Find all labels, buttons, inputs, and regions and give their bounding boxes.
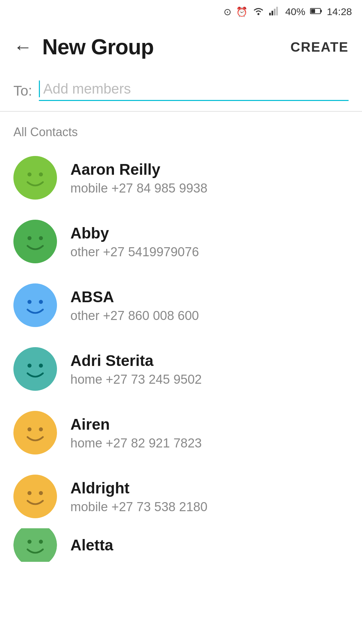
contact-name: Adri Sterita: [70, 352, 202, 370]
avatar: [13, 156, 57, 200]
contact-phone: mobile +27 73 538 2180: [70, 500, 207, 514]
svg-point-19: [39, 364, 43, 368]
avatar: [13, 283, 57, 327]
back-button[interactable]: ←: [13, 38, 32, 56]
svg-point-8: [13, 156, 57, 200]
list-item[interactable]: Abby other +27 5419979076: [0, 210, 362, 273]
notification-icon: ⊙: [224, 6, 231, 17]
contact-info: Airen home +27 82 921 7823: [70, 415, 202, 450]
svg-point-17: [13, 347, 57, 391]
contact-phone: other +27 860 008 600: [70, 309, 199, 323]
svg-point-9: [27, 172, 32, 176]
avatar: [13, 528, 57, 562]
svg-point-15: [27, 300, 32, 304]
svg-rect-1: [269, 13, 271, 15]
status-icons: ⊙ ⏰ 40%: [224, 6, 352, 18]
status-bar: ⊙ ⏰ 40%: [0, 0, 362, 23]
contact-name: Abby: [70, 224, 199, 242]
svg-rect-2: [272, 11, 273, 15]
battery-percent: 40%: [285, 6, 305, 17]
svg-point-14: [13, 283, 57, 327]
svg-point-27: [27, 540, 32, 544]
contact-info: Abby other +27 5419979076: [70, 224, 199, 259]
wifi-icon: [252, 6, 264, 18]
avatar: [13, 220, 57, 263]
contact-name: Airen: [70, 415, 202, 433]
signal-icon: [269, 6, 281, 18]
contact-name: ABSA: [70, 288, 199, 306]
svg-point-24: [27, 491, 32, 495]
contact-name: Aldright: [70, 479, 207, 497]
create-button[interactable]: CREATE: [291, 40, 349, 55]
list-item[interactable]: Adri Sterita home +27 73 245 9502: [0, 337, 362, 401]
alarm-icon: ⏰: [236, 6, 248, 17]
contact-info: Aldright mobile +27 73 538 2180: [70, 479, 207, 514]
battery-icon: [310, 7, 322, 16]
app-bar-left: ← New Group: [13, 35, 154, 59]
list-item[interactable]: Aldright mobile +27 73 538 2180: [0, 465, 362, 528]
contact-list: Aaron Reilly mobile +27 84 985 9938 Abby…: [0, 146, 362, 562]
contact-phone: home +27 82 921 7823: [70, 436, 202, 450]
list-item[interactable]: Aaron Reilly mobile +27 84 985 9938: [0, 146, 362, 210]
svg-point-28: [39, 540, 43, 544]
svg-point-25: [39, 491, 43, 495]
contact-phone: other +27 5419979076: [70, 245, 199, 259]
list-item[interactable]: ABSA other +27 860 008 600: [0, 273, 362, 337]
page-title: New Group: [42, 35, 154, 59]
svg-point-16: [39, 300, 43, 304]
svg-point-11: [13, 220, 57, 263]
list-item[interactable]: Aletta: [0, 528, 362, 562]
svg-rect-3: [274, 9, 276, 15]
svg-point-20: [13, 411, 57, 454]
svg-point-23: [13, 475, 57, 518]
svg-point-18: [27, 364, 32, 368]
contact-name: Aaron Reilly: [70, 160, 207, 178]
svg-rect-7: [320, 10, 322, 12]
avatar: [13, 347, 57, 391]
contact-info: Adri Sterita home +27 73 245 9502: [70, 352, 202, 387]
to-field: To: Add members: [0, 70, 362, 111]
avatar: [13, 411, 57, 454]
svg-point-13: [39, 236, 43, 240]
all-contacts-label: All Contacts: [0, 112, 362, 146]
list-item[interactable]: Airen home +27 82 921 7823: [0, 401, 362, 465]
contact-info: Aaron Reilly mobile +27 84 985 9938: [70, 160, 207, 196]
to-label: To:: [13, 83, 32, 99]
contact-name: Aletta: [70, 536, 113, 554]
svg-rect-4: [276, 7, 278, 15]
contact-info: ABSA other +27 860 008 600: [70, 288, 199, 323]
text-cursor: [39, 80, 40, 97]
svg-rect-6: [311, 9, 315, 13]
add-members-input[interactable]: Add members: [39, 80, 349, 101]
svg-point-12: [27, 236, 32, 240]
svg-point-10: [39, 172, 43, 176]
svg-point-22: [39, 427, 43, 431]
app-bar: ← New Group CREATE: [0, 23, 362, 70]
time-display: 14:28: [327, 6, 352, 17]
svg-point-21: [27, 427, 32, 431]
svg-point-26: [13, 528, 57, 562]
add-members-placeholder: Add members: [43, 81, 131, 97]
svg-point-0: [257, 13, 259, 15]
contact-phone: mobile +27 84 985 9938: [70, 181, 207, 196]
contact-phone: home +27 73 245 9502: [70, 372, 202, 387]
avatar: [13, 475, 57, 518]
